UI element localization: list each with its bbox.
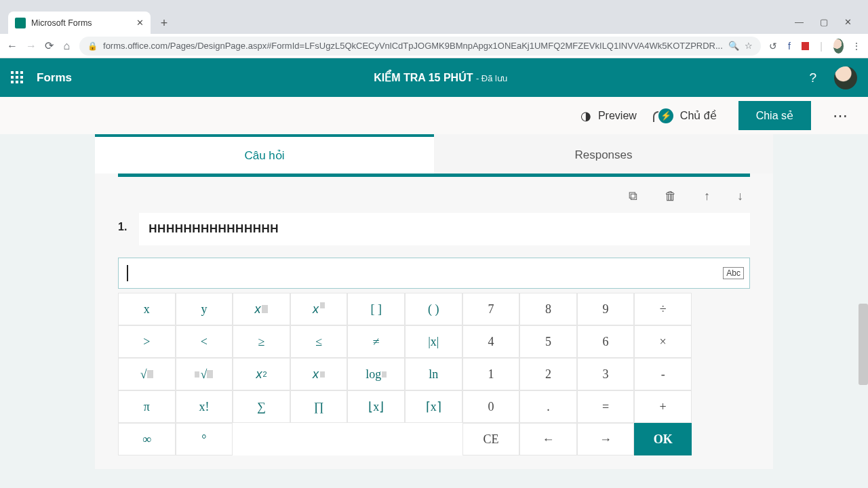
key-lte[interactable]: ≤	[290, 325, 348, 358]
app-launcher-icon[interactable]	[11, 71, 24, 85]
key-x-power[interactable]: x	[290, 358, 348, 390]
key-var-x[interactable]: x	[118, 293, 176, 325]
key-digit-5[interactable]: 5	[519, 325, 577, 358]
arrow-up-icon[interactable]: ↑	[704, 189, 710, 203]
minimize-icon[interactable]: —	[795, 17, 804, 27]
url-field[interactable]: 🔒 forms.office.com/Pages/DesignPage.aspx…	[79, 37, 761, 56]
reload-icon[interactable]: ⟳	[45, 39, 54, 52]
key-digit-7[interactable]: 7	[462, 293, 520, 325]
key-lt[interactable]: <	[176, 325, 233, 358]
key-divide[interactable]: ÷	[634, 293, 692, 325]
key-brackets[interactable]: [ ]	[347, 293, 405, 325]
profile-avatar-icon[interactable]	[833, 39, 844, 54]
key-gt[interactable]: >	[118, 325, 176, 358]
key-abs[interactable]: |x|	[405, 325, 462, 358]
maximize-icon[interactable]: ▢	[820, 17, 828, 27]
tab-questions[interactable]: Câu hỏi	[95, 134, 434, 174]
key-nth-root[interactable]: √	[176, 358, 233, 390]
form-title: KIỂM TRA 15 PHÚT	[374, 72, 473, 83]
theme-button[interactable]: ⚡ Chủ đề	[658, 108, 717, 123]
zoom-icon[interactable]: 🔍	[728, 41, 739, 51]
copy-icon[interactable]: ⧉	[629, 189, 637, 203]
question-editor: ⧉ 🗑 ↑ ↓ 1. HHHHHHHHHHHHHHH Abc xyxx[ ]( …	[95, 174, 773, 469]
key-infinity[interactable]: ∞	[118, 423, 176, 455]
question-toolbar: ⧉ 🗑 ↑ ↓	[118, 177, 750, 213]
key-var-y[interactable]: y	[176, 293, 233, 325]
question-title-input[interactable]: HHHHHHHHHHHHHHH	[139, 213, 750, 245]
window-controls: — ▢ ✕	[795, 17, 863, 34]
key-neq[interactable]: ≠	[347, 325, 405, 358]
key-equals[interactable]: =	[577, 390, 635, 423]
back-icon[interactable]: ←	[7, 40, 18, 52]
key-clear[interactable]: CE	[462, 423, 520, 455]
separator: |	[817, 40, 825, 52]
key-log[interactable]: log	[347, 358, 405, 390]
key-factorial[interactable]: x!	[176, 390, 233, 423]
key-gte[interactable]: ≥	[233, 325, 290, 358]
tab-title: Microsoft Forms	[31, 18, 131, 28]
forward-icon[interactable]: →	[26, 40, 37, 52]
star-icon[interactable]: ☆	[745, 41, 753, 51]
key-multiply[interactable]: ×	[634, 325, 692, 358]
key-digit-9[interactable]: 9	[577, 293, 635, 325]
key-digit-3[interactable]: 3	[577, 358, 635, 390]
browser-tabstrip: Microsoft Forms ✕ + — ▢ ✕	[0, 0, 868, 34]
key-arrow-left[interactable]: ←	[519, 423, 577, 455]
browser-tab-active[interactable]: Microsoft Forms ✕	[8, 12, 151, 34]
tab-questions-label: Câu hỏi	[244, 148, 284, 163]
key-minus[interactable]: -	[634, 358, 692, 390]
saved-status: - Đã lưu	[476, 73, 507, 83]
key-ln[interactable]: ln	[405, 358, 462, 390]
key-plus[interactable]: +	[634, 390, 692, 423]
flag-ext-icon[interactable]	[802, 42, 809, 50]
key-x-sub[interactable]: x	[233, 293, 290, 325]
key-product[interactable]: ∏	[290, 390, 348, 423]
key-digit-1[interactable]: 1	[462, 358, 520, 390]
key-sqrt[interactable]: √	[118, 358, 176, 390]
lightning-icon: ⚡	[658, 108, 673, 123]
key-ok[interactable]: OK	[634, 423, 692, 455]
user-avatar-icon[interactable]	[834, 66, 857, 89]
history-ext-icon[interactable]: ↺	[769, 40, 777, 52]
preview-button[interactable]: ◑ Preview	[580, 108, 637, 123]
tab-responses-label: Responses	[574, 148, 632, 162]
facebook-ext-icon[interactable]: f	[785, 40, 793, 52]
key-digit-4[interactable]: 4	[462, 325, 520, 358]
key-digit-2[interactable]: 2	[519, 358, 577, 390]
key-digit-6[interactable]: 6	[577, 325, 635, 358]
key-digit-0[interactable]: 0	[462, 390, 520, 423]
arrow-down-icon[interactable]: ↓	[737, 189, 743, 203]
abc-toggle[interactable]: Abc	[723, 267, 744, 279]
key-pi[interactable]: π	[118, 390, 176, 423]
help-icon[interactable]: ?	[809, 70, 816, 85]
form-title-header: KIỂM TRA 15 PHÚT - Đã lưu	[84, 71, 797, 84]
key-ceil[interactable]: ⌈x⌉	[405, 390, 462, 423]
kebab-menu-icon[interactable]: ⋮	[852, 40, 861, 52]
trash-icon[interactable]: 🗑	[665, 189, 677, 203]
more-menu-icon[interactable]: ⋯	[833, 107, 849, 125]
eye-icon: ◑	[580, 108, 591, 123]
math-keypad: xyxx[ ]( )789÷><≥≤≠|x|456×√√x2xlogln123-…	[118, 293, 692, 455]
tab-responses[interactable]: Responses	[434, 134, 773, 174]
new-tab-button[interactable]: +	[155, 14, 174, 33]
key-x-sup[interactable]: x	[290, 293, 348, 325]
share-button[interactable]: Chia sẻ	[738, 101, 811, 130]
content-area: Câu hỏi Responses ⧉ 🗑 ↑ ↓ 1. HHHHHHHHHHH…	[0, 134, 868, 488]
preview-label: Preview	[598, 110, 637, 122]
lock-icon: 🔒	[87, 41, 98, 51]
key-x-squared[interactable]: x2	[233, 358, 290, 390]
math-answer-input[interactable]: Abc	[118, 258, 750, 289]
key-sum[interactable]: ∑	[233, 390, 290, 423]
scrollbar-thumb[interactable]	[859, 304, 868, 385]
key-decimal[interactable]: .	[519, 390, 577, 423]
key-degree[interactable]: °	[176, 423, 233, 455]
home-icon[interactable]: ⌂	[62, 40, 72, 52]
key-arrow-right[interactable]: →	[577, 423, 635, 455]
app-name[interactable]: Forms	[37, 71, 72, 85]
key-digit-8[interactable]: 8	[519, 293, 577, 325]
close-icon[interactable]: ✕	[136, 18, 144, 28]
key-parens[interactable]: ( )	[405, 293, 462, 325]
close-window-icon[interactable]: ✕	[844, 17, 852, 27]
key-floor[interactable]: ⌊x⌋	[347, 390, 405, 423]
favicon-icon	[15, 18, 26, 28]
